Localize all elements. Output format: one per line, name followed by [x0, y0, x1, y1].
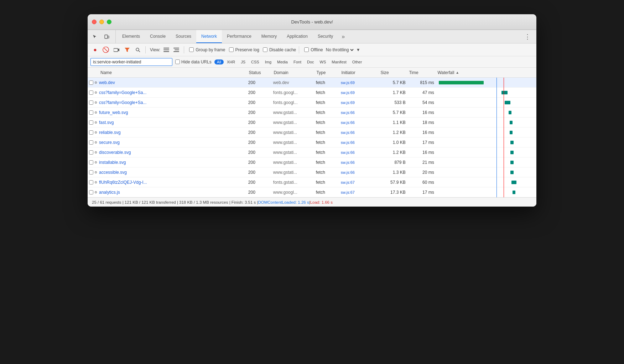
row-checkbox[interactable]: [89, 150, 93, 155]
clear-button[interactable]: 🚫: [101, 45, 110, 54]
row-initiator[interactable]: sw.js:66: [341, 130, 380, 135]
tree-view-button[interactable]: [172, 45, 181, 54]
offline-checkbox[interactable]: [304, 47, 309, 52]
row-initiator[interactable]: sw.js:69: [341, 80, 380, 85]
row-name[interactable]: accessible.svg: [98, 170, 248, 175]
tab-network[interactable]: Network: [196, 30, 222, 43]
row-check[interactable]: ⚙: [88, 90, 98, 95]
header-type[interactable]: Type: [316, 70, 341, 75]
row-check[interactable]: ⚙: [88, 160, 98, 165]
minimize-button[interactable]: [99, 20, 104, 24]
row-name[interactable]: web.dev: [98, 80, 248, 85]
row-name[interactable]: installable.svg: [98, 160, 248, 165]
row-name[interactable]: css?family=Google+Sa...: [98, 100, 248, 105]
filter-img-button[interactable]: Img: [262, 59, 274, 64]
row-checkbox[interactable]: [89, 160, 93, 165]
hide-data-urls-label[interactable]: Hide data URLs: [175, 59, 212, 64]
filter-font-button[interactable]: Font: [291, 59, 304, 64]
preserve-log-label[interactable]: Preserve log: [229, 47, 259, 52]
record-button[interactable]: ●: [90, 45, 100, 54]
row-checkbox[interactable]: [89, 130, 93, 135]
tab-performance[interactable]: Performance: [222, 30, 256, 43]
filter-xhr-button[interactable]: XHR: [224, 59, 238, 64]
row-checkbox[interactable]: [89, 140, 93, 145]
filter-button[interactable]: [123, 45, 132, 54]
filter-js-button[interactable]: JS: [238, 59, 248, 64]
camera-button[interactable]: [112, 45, 121, 54]
header-domain[interactable]: Domain: [274, 70, 316, 75]
row-initiator[interactable]: sw.js:66: [341, 140, 380, 145]
filter-manifest-button[interactable]: Manifest: [329, 59, 349, 64]
table-row[interactable]: ⚙ future_web.svg 200 www.gstati... fetch…: [88, 108, 536, 118]
row-checkbox[interactable]: [89, 170, 93, 175]
row-initiator[interactable]: sw.js:66: [341, 170, 380, 175]
row-name[interactable]: discoverable.svg: [98, 150, 248, 155]
table-row[interactable]: ⚙ accessible.svg 200 www.gstati... fetch…: [88, 167, 536, 177]
cursor-icon[interactable]: [90, 32, 99, 41]
row-initiator[interactable]: sw.js:67: [341, 190, 380, 194]
header-waterfall[interactable]: Waterfall ▲: [437, 70, 536, 75]
row-initiator[interactable]: sw.js:66: [341, 150, 380, 155]
filter-doc-button[interactable]: Doc: [305, 59, 317, 64]
header-name[interactable]: Name: [98, 70, 249, 75]
tab-sources[interactable]: Sources: [171, 30, 196, 43]
table-row[interactable]: ⚙ secure.svg 200 www.gstati... fetch sw.…: [88, 137, 536, 147]
row-checkbox[interactable]: [89, 190, 93, 194]
row-name[interactable]: fast.svg: [98, 120, 248, 125]
filter-input[interactable]: [90, 58, 172, 66]
maximize-button[interactable]: [107, 20, 111, 24]
tab-console[interactable]: Console: [145, 30, 171, 43]
filter-media-button[interactable]: Media: [275, 59, 290, 64]
row-check[interactable]: ⚙: [88, 80, 98, 85]
row-initiator[interactable]: sw.js:69: [341, 100, 380, 105]
table-row[interactable]: ⚙ web.dev 200 web.dev fetch sw.js:69 5.7…: [88, 78, 536, 88]
hide-data-urls-checkbox[interactable]: [175, 59, 180, 64]
close-button[interactable]: [92, 20, 97, 24]
table-row[interactable]: ⚙ fast.svg 200 www.gstati... fetch sw.js…: [88, 118, 536, 128]
table-row[interactable]: ⚙ analytics.js 200 www.googl... fetch sw…: [88, 187, 536, 197]
row-checkbox[interactable]: [89, 110, 93, 115]
filter-all-button[interactable]: All: [214, 59, 224, 64]
disable-cache-checkbox[interactable]: [263, 47, 267, 52]
offline-label[interactable]: Offline: [304, 47, 323, 52]
row-checkbox[interactable]: [89, 90, 93, 95]
tab-application[interactable]: Application: [282, 30, 313, 43]
row-check[interactable]: ⚙: [88, 120, 98, 125]
table-row[interactable]: ⚙ css?family=Google+Sa... 200 fonts.goog…: [88, 88, 536, 98]
row-check[interactable]: ⚙: [88, 100, 98, 105]
filter-ws-button[interactable]: WS: [317, 59, 329, 64]
row-name[interactable]: future_web.svg: [98, 110, 248, 115]
device-toolbar-icon[interactable]: [103, 32, 111, 41]
table-row[interactable]: ⚙ installable.svg 200 www.gstati... fetc…: [88, 157, 536, 167]
row-check[interactable]: ⚙: [88, 150, 98, 155]
search-button[interactable]: [133, 45, 142, 54]
preserve-log-checkbox[interactable]: [229, 47, 234, 52]
list-view-button[interactable]: [162, 45, 171, 54]
tab-memory[interactable]: Memory: [256, 30, 282, 43]
row-initiator[interactable]: sw.js:66: [341, 110, 380, 115]
more-tabs-button[interactable]: »: [338, 30, 348, 43]
table-row[interactable]: ⚙ flUhRq6tzZclQEJ-Vdg-I... 200 fonts.gst…: [88, 177, 536, 187]
row-name[interactable]: analytics.js: [98, 190, 248, 195]
row-check[interactable]: ⚙: [88, 190, 98, 195]
throttle-select[interactable]: No throttling: [324, 47, 355, 53]
table-row[interactable]: ⚙ css?family=Google+Sa... 200 fonts.goog…: [88, 98, 536, 108]
row-checkbox[interactable]: [89, 80, 93, 85]
throttle-dropdown-arrow[interactable]: ▼: [356, 47, 360, 52]
header-initiator[interactable]: Initiator: [341, 70, 380, 75]
row-initiator[interactable]: sw.js:66: [341, 160, 380, 165]
header-status[interactable]: Status: [249, 70, 274, 75]
row-check[interactable]: ⚙: [88, 180, 98, 185]
row-check[interactable]: ⚙: [88, 110, 98, 115]
filter-css-button[interactable]: CSS: [249, 59, 262, 64]
row-name[interactable]: flUhRq6tzZclQEJ-Vdg-I...: [98, 180, 248, 185]
tab-elements[interactable]: Elements: [117, 30, 145, 43]
row-initiator[interactable]: sw.js:66: [341, 120, 380, 125]
header-size[interactable]: Size: [380, 70, 409, 75]
more-options-button[interactable]: ⋮: [521, 31, 534, 42]
group-by-frame-checkbox[interactable]: [189, 47, 194, 52]
filter-other-button[interactable]: Other: [350, 59, 365, 64]
table-row[interactable]: ⚙ discoverable.svg 200 www.gstati... fet…: [88, 147, 536, 157]
row-check[interactable]: ⚙: [88, 170, 98, 175]
row-initiator[interactable]: sw.js:67: [341, 180, 380, 184]
